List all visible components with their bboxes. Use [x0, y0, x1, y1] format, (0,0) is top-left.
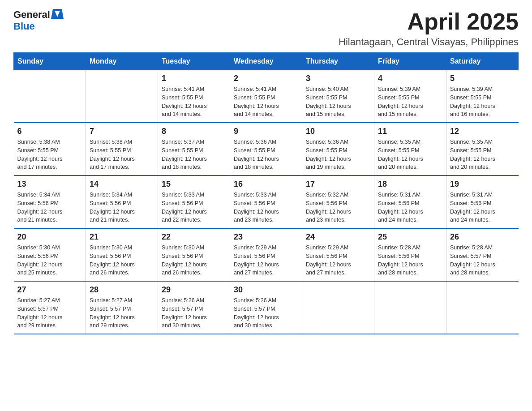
- calendar-week-row: 20Sunrise: 5:30 AM Sunset: 5:56 PM Dayli…: [14, 228, 519, 281]
- calendar-cell: 29Sunrise: 5:26 AM Sunset: 5:57 PM Dayli…: [158, 281, 230, 334]
- calendar-cell: 9Sunrise: 5:36 AM Sunset: 5:55 PM Daylig…: [230, 123, 302, 176]
- day-info: Sunrise: 5:29 AM Sunset: 5:56 PM Dayligh…: [234, 244, 298, 277]
- weekday-header-thursday: Thursday: [302, 53, 374, 70]
- logo-general-text: General: [13, 9, 50, 21]
- calendar-cell: 22Sunrise: 5:30 AM Sunset: 5:56 PM Dayli…: [158, 228, 230, 281]
- day-info: Sunrise: 5:30 AM Sunset: 5:56 PM Dayligh…: [17, 244, 82, 277]
- calendar-cell: 10Sunrise: 5:36 AM Sunset: 5:55 PM Dayli…: [302, 123, 374, 176]
- day-info: Sunrise: 5:40 AM Sunset: 5:55 PM Dayligh…: [306, 85, 370, 119]
- day-number: 12: [450, 127, 515, 136]
- day-info: Sunrise: 5:33 AM Sunset: 5:56 PM Dayligh…: [234, 191, 298, 224]
- weekday-header-monday: Monday: [86, 53, 158, 70]
- weekday-header-wednesday: Wednesday: [230, 53, 302, 70]
- calendar-cell: [302, 281, 374, 334]
- day-info: Sunrise: 5:28 AM Sunset: 5:57 PM Dayligh…: [450, 244, 515, 277]
- day-number: 6: [17, 127, 82, 136]
- day-number: 4: [378, 74, 442, 83]
- day-info: Sunrise: 5:31 AM Sunset: 5:56 PM Dayligh…: [450, 191, 515, 224]
- day-number: 3: [306, 74, 370, 83]
- day-info: Sunrise: 5:36 AM Sunset: 5:55 PM Dayligh…: [234, 138, 298, 171]
- day-number: 16: [234, 180, 298, 189]
- day-number: 25: [378, 232, 442, 242]
- day-number: 23: [234, 232, 298, 242]
- calendar-cell: 27Sunrise: 5:27 AM Sunset: 5:57 PM Dayli…: [14, 281, 86, 334]
- calendar-cell: 20Sunrise: 5:30 AM Sunset: 5:56 PM Dayli…: [14, 228, 86, 281]
- day-info: Sunrise: 5:35 AM Sunset: 5:55 PM Dayligh…: [450, 138, 515, 171]
- day-info: Sunrise: 5:37 AM Sunset: 5:55 PM Dayligh…: [162, 138, 226, 171]
- day-number: 13: [17, 180, 82, 189]
- day-number: 18: [378, 180, 442, 189]
- calendar-cell: 16Sunrise: 5:33 AM Sunset: 5:56 PM Dayli…: [230, 176, 302, 228]
- calendar-cell: 15Sunrise: 5:33 AM Sunset: 5:56 PM Dayli…: [158, 176, 230, 228]
- calendar-cell: 4Sunrise: 5:39 AM Sunset: 5:55 PM Daylig…: [374, 70, 446, 123]
- calendar-cell: 17Sunrise: 5:32 AM Sunset: 5:56 PM Dayli…: [302, 176, 374, 228]
- calendar-cell: 13Sunrise: 5:34 AM Sunset: 5:56 PM Dayli…: [14, 176, 86, 228]
- day-number: 10: [306, 127, 370, 136]
- day-info: Sunrise: 5:38 AM Sunset: 5:55 PM Dayligh…: [17, 138, 82, 171]
- day-info: Sunrise: 5:33 AM Sunset: 5:56 PM Dayligh…: [162, 191, 226, 224]
- calendar-cell: 5Sunrise: 5:39 AM Sunset: 5:55 PM Daylig…: [446, 70, 519, 123]
- calendar-week-row: 27Sunrise: 5:27 AM Sunset: 5:57 PM Dayli…: [14, 281, 519, 334]
- day-info: Sunrise: 5:36 AM Sunset: 5:55 PM Dayligh…: [306, 138, 370, 171]
- day-info: Sunrise: 5:30 AM Sunset: 5:56 PM Dayligh…: [90, 244, 154, 277]
- day-number: 7: [90, 127, 154, 136]
- calendar-cell: 28Sunrise: 5:27 AM Sunset: 5:57 PM Dayli…: [86, 281, 158, 334]
- weekday-header-row: SundayMondayTuesdayWednesdayThursdayFrid…: [14, 53, 519, 70]
- day-info: Sunrise: 5:30 AM Sunset: 5:56 PM Dayligh…: [162, 244, 226, 277]
- day-info: Sunrise: 5:28 AM Sunset: 5:56 PM Dayligh…: [378, 244, 442, 277]
- day-info: Sunrise: 5:27 AM Sunset: 5:57 PM Dayligh…: [90, 296, 154, 330]
- day-number: 15: [162, 180, 226, 189]
- weekday-header-saturday: Saturday: [446, 53, 519, 70]
- calendar-cell: 7Sunrise: 5:38 AM Sunset: 5:55 PM Daylig…: [86, 123, 158, 176]
- calendar-cell: 24Sunrise: 5:29 AM Sunset: 5:56 PM Dayli…: [302, 228, 374, 281]
- calendar-cell: 8Sunrise: 5:37 AM Sunset: 5:55 PM Daylig…: [158, 123, 230, 176]
- day-info: Sunrise: 5:35 AM Sunset: 5:55 PM Dayligh…: [378, 138, 442, 171]
- day-info: Sunrise: 5:31 AM Sunset: 5:56 PM Dayligh…: [378, 191, 442, 224]
- day-info: Sunrise: 5:38 AM Sunset: 5:55 PM Dayligh…: [90, 138, 154, 171]
- calendar-cell: 1Sunrise: 5:41 AM Sunset: 5:55 PM Daylig…: [158, 70, 230, 123]
- calendar-week-row: 1Sunrise: 5:41 AM Sunset: 5:55 PM Daylig…: [14, 70, 519, 123]
- day-info: Sunrise: 5:39 AM Sunset: 5:55 PM Dayligh…: [378, 85, 442, 119]
- day-info: Sunrise: 5:34 AM Sunset: 5:56 PM Dayligh…: [90, 191, 154, 224]
- day-number: 14: [90, 180, 154, 189]
- day-number: 5: [450, 74, 515, 83]
- day-number: 21: [90, 232, 154, 242]
- day-number: 20: [17, 232, 82, 242]
- day-number: 30: [234, 285, 298, 295]
- calendar-week-row: 6Sunrise: 5:38 AM Sunset: 5:55 PM Daylig…: [14, 123, 519, 176]
- calendar-cell: 14Sunrise: 5:34 AM Sunset: 5:56 PM Dayli…: [86, 176, 158, 228]
- logo: General Blue: [13, 9, 64, 32]
- calendar-cell: 3Sunrise: 5:40 AM Sunset: 5:55 PM Daylig…: [302, 70, 374, 123]
- calendar-cell: 30Sunrise: 5:26 AM Sunset: 5:57 PM Dayli…: [230, 281, 302, 334]
- calendar-cell: 2Sunrise: 5:41 AM Sunset: 5:55 PM Daylig…: [230, 70, 302, 123]
- calendar-cell: 19Sunrise: 5:31 AM Sunset: 5:56 PM Dayli…: [446, 176, 519, 228]
- day-number: 26: [450, 232, 515, 242]
- calendar-header: SundayMondayTuesdayWednesdayThursdayFrid…: [14, 53, 519, 70]
- day-info: Sunrise: 5:26 AM Sunset: 5:57 PM Dayligh…: [234, 296, 298, 330]
- day-number: 17: [306, 180, 370, 189]
- calendar-cell: [374, 281, 446, 334]
- day-number: 24: [306, 232, 370, 242]
- calendar-table: SundayMondayTuesdayWednesdayThursdayFrid…: [13, 52, 519, 334]
- day-number: 1: [162, 74, 226, 83]
- calendar-week-row: 13Sunrise: 5:34 AM Sunset: 5:56 PM Dayli…: [14, 176, 519, 228]
- calendar-cell: 6Sunrise: 5:38 AM Sunset: 5:55 PM Daylig…: [14, 123, 86, 176]
- page-subtitle: Hilantagaan, Central Visayas, Philippine…: [339, 36, 519, 48]
- calendar-cell: 12Sunrise: 5:35 AM Sunset: 5:55 PM Dayli…: [446, 123, 519, 176]
- page-title: April 2025: [339, 9, 519, 34]
- day-number: 27: [17, 285, 82, 295]
- day-number: 2: [234, 74, 298, 83]
- weekday-header-tuesday: Tuesday: [158, 53, 230, 70]
- day-number: 19: [450, 180, 515, 189]
- calendar-cell: [446, 281, 519, 334]
- logo-blue-text: Blue: [13, 21, 35, 32]
- calendar-cell: 26Sunrise: 5:28 AM Sunset: 5:57 PM Dayli…: [446, 228, 519, 281]
- day-number: 28: [90, 285, 154, 295]
- day-info: Sunrise: 5:32 AM Sunset: 5:56 PM Dayligh…: [306, 191, 370, 224]
- day-number: 11: [378, 127, 442, 136]
- day-info: Sunrise: 5:29 AM Sunset: 5:56 PM Dayligh…: [306, 244, 370, 277]
- weekday-header-friday: Friday: [374, 53, 446, 70]
- day-info: Sunrise: 5:39 AM Sunset: 5:55 PM Dayligh…: [450, 85, 515, 119]
- weekday-header-sunday: Sunday: [14, 53, 86, 70]
- calendar-cell: [86, 70, 158, 123]
